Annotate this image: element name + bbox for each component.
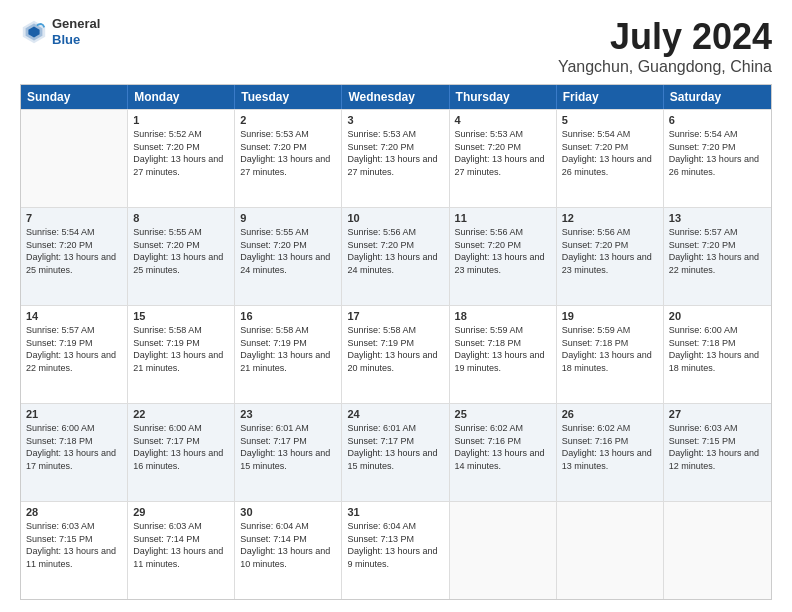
day-number: 8 [133, 212, 229, 224]
calendar-cell: 28Sunrise: 6:03 AMSunset: 7:15 PMDayligh… [21, 502, 128, 599]
day-number: 27 [669, 408, 766, 420]
calendar-row: 28Sunrise: 6:03 AMSunset: 7:15 PMDayligh… [21, 501, 771, 599]
day-number: 18 [455, 310, 551, 322]
day-number: 10 [347, 212, 443, 224]
weekday-header: Monday [128, 85, 235, 109]
calendar-cell: 14Sunrise: 5:57 AMSunset: 7:19 PMDayligh… [21, 306, 128, 403]
cell-info: Sunrise: 5:53 AMSunset: 7:20 PMDaylight:… [455, 128, 551, 178]
calendar-cell: 26Sunrise: 6:02 AMSunset: 7:16 PMDayligh… [557, 404, 664, 501]
calendar-cell: 22Sunrise: 6:00 AMSunset: 7:17 PMDayligh… [128, 404, 235, 501]
calendar-cell: 4Sunrise: 5:53 AMSunset: 7:20 PMDaylight… [450, 110, 557, 207]
calendar-cell: 31Sunrise: 6:04 AMSunset: 7:13 PMDayligh… [342, 502, 449, 599]
main-title: July 2024 [558, 16, 772, 58]
calendar: SundayMondayTuesdayWednesdayThursdayFrid… [20, 84, 772, 600]
cell-info: Sunrise: 5:54 AMSunset: 7:20 PMDaylight:… [562, 128, 658, 178]
weekday-header: Tuesday [235, 85, 342, 109]
day-number: 1 [133, 114, 229, 126]
weekday-header: Wednesday [342, 85, 449, 109]
calendar-cell: 10Sunrise: 5:56 AMSunset: 7:20 PMDayligh… [342, 208, 449, 305]
cell-info: Sunrise: 6:00 AMSunset: 7:18 PMDaylight:… [26, 422, 122, 472]
day-number: 5 [562, 114, 658, 126]
day-number: 3 [347, 114, 443, 126]
cell-info: Sunrise: 6:01 AMSunset: 7:17 PMDaylight:… [240, 422, 336, 472]
weekday-header: Thursday [450, 85, 557, 109]
weekday-header: Sunday [21, 85, 128, 109]
cell-info: Sunrise: 6:03 AMSunset: 7:14 PMDaylight:… [133, 520, 229, 570]
cell-info: Sunrise: 5:56 AMSunset: 7:20 PMDaylight:… [562, 226, 658, 276]
logo-icon [20, 18, 48, 46]
subtitle: Yangchun, Guangdong, China [558, 58, 772, 76]
day-number: 6 [669, 114, 766, 126]
calendar-cell [450, 502, 557, 599]
title-block: July 2024 Yangchun, Guangdong, China [558, 16, 772, 76]
day-number: 20 [669, 310, 766, 322]
calendar-row: 21Sunrise: 6:00 AMSunset: 7:18 PMDayligh… [21, 403, 771, 501]
day-number: 23 [240, 408, 336, 420]
calendar-cell: 29Sunrise: 6:03 AMSunset: 7:14 PMDayligh… [128, 502, 235, 599]
day-number: 4 [455, 114, 551, 126]
day-number: 29 [133, 506, 229, 518]
day-number: 22 [133, 408, 229, 420]
calendar-cell: 21Sunrise: 6:00 AMSunset: 7:18 PMDayligh… [21, 404, 128, 501]
calendar-cell: 23Sunrise: 6:01 AMSunset: 7:17 PMDayligh… [235, 404, 342, 501]
weekday-header: Friday [557, 85, 664, 109]
cell-info: Sunrise: 6:03 AMSunset: 7:15 PMDaylight:… [26, 520, 122, 570]
cell-info: Sunrise: 5:53 AMSunset: 7:20 PMDaylight:… [347, 128, 443, 178]
calendar-row: 1Sunrise: 5:52 AMSunset: 7:20 PMDaylight… [21, 109, 771, 207]
calendar-cell: 16Sunrise: 5:58 AMSunset: 7:19 PMDayligh… [235, 306, 342, 403]
calendar-cell: 17Sunrise: 5:58 AMSunset: 7:19 PMDayligh… [342, 306, 449, 403]
weekday-header: Saturday [664, 85, 771, 109]
day-number: 15 [133, 310, 229, 322]
cell-info: Sunrise: 5:55 AMSunset: 7:20 PMDaylight:… [133, 226, 229, 276]
cell-info: Sunrise: 5:58 AMSunset: 7:19 PMDaylight:… [133, 324, 229, 374]
day-number: 31 [347, 506, 443, 518]
cell-info: Sunrise: 5:55 AMSunset: 7:20 PMDaylight:… [240, 226, 336, 276]
cell-info: Sunrise: 6:03 AMSunset: 7:15 PMDaylight:… [669, 422, 766, 472]
cell-info: Sunrise: 5:52 AMSunset: 7:20 PMDaylight:… [133, 128, 229, 178]
calendar-header: SundayMondayTuesdayWednesdayThursdayFrid… [21, 85, 771, 109]
page: General Blue July 2024 Yangchun, Guangdo… [0, 0, 792, 612]
day-number: 14 [26, 310, 122, 322]
calendar-cell: 13Sunrise: 5:57 AMSunset: 7:20 PMDayligh… [664, 208, 771, 305]
day-number: 25 [455, 408, 551, 420]
cell-info: Sunrise: 6:04 AMSunset: 7:13 PMDaylight:… [347, 520, 443, 570]
logo-text: General Blue [52, 16, 100, 47]
calendar-cell: 9Sunrise: 5:55 AMSunset: 7:20 PMDaylight… [235, 208, 342, 305]
cell-info: Sunrise: 5:57 AMSunset: 7:20 PMDaylight:… [669, 226, 766, 276]
calendar-cell: 2Sunrise: 5:53 AMSunset: 7:20 PMDaylight… [235, 110, 342, 207]
day-number: 24 [347, 408, 443, 420]
cell-info: Sunrise: 5:59 AMSunset: 7:18 PMDaylight:… [562, 324, 658, 374]
header: General Blue July 2024 Yangchun, Guangdo… [20, 16, 772, 76]
cell-info: Sunrise: 5:57 AMSunset: 7:19 PMDaylight:… [26, 324, 122, 374]
day-number: 13 [669, 212, 766, 224]
calendar-cell: 30Sunrise: 6:04 AMSunset: 7:14 PMDayligh… [235, 502, 342, 599]
calendar-cell: 20Sunrise: 6:00 AMSunset: 7:18 PMDayligh… [664, 306, 771, 403]
cell-info: Sunrise: 5:54 AMSunset: 7:20 PMDaylight:… [669, 128, 766, 178]
day-number: 21 [26, 408, 122, 420]
day-number: 9 [240, 212, 336, 224]
calendar-cell: 27Sunrise: 6:03 AMSunset: 7:15 PMDayligh… [664, 404, 771, 501]
day-number: 17 [347, 310, 443, 322]
logo-blue: Blue [52, 32, 80, 47]
cell-info: Sunrise: 6:02 AMSunset: 7:16 PMDaylight:… [562, 422, 658, 472]
calendar-cell: 24Sunrise: 6:01 AMSunset: 7:17 PMDayligh… [342, 404, 449, 501]
calendar-cell [664, 502, 771, 599]
day-number: 26 [562, 408, 658, 420]
day-number: 2 [240, 114, 336, 126]
cell-info: Sunrise: 5:53 AMSunset: 7:20 PMDaylight:… [240, 128, 336, 178]
calendar-cell: 11Sunrise: 5:56 AMSunset: 7:20 PMDayligh… [450, 208, 557, 305]
cell-info: Sunrise: 5:54 AMSunset: 7:20 PMDaylight:… [26, 226, 122, 276]
day-number: 11 [455, 212, 551, 224]
calendar-body: 1Sunrise: 5:52 AMSunset: 7:20 PMDaylight… [21, 109, 771, 599]
cell-info: Sunrise: 6:04 AMSunset: 7:14 PMDaylight:… [240, 520, 336, 570]
calendar-cell: 19Sunrise: 5:59 AMSunset: 7:18 PMDayligh… [557, 306, 664, 403]
day-number: 7 [26, 212, 122, 224]
calendar-cell [557, 502, 664, 599]
calendar-cell: 1Sunrise: 5:52 AMSunset: 7:20 PMDaylight… [128, 110, 235, 207]
calendar-cell: 12Sunrise: 5:56 AMSunset: 7:20 PMDayligh… [557, 208, 664, 305]
calendar-cell: 8Sunrise: 5:55 AMSunset: 7:20 PMDaylight… [128, 208, 235, 305]
calendar-row: 14Sunrise: 5:57 AMSunset: 7:19 PMDayligh… [21, 305, 771, 403]
day-number: 30 [240, 506, 336, 518]
cell-info: Sunrise: 6:00 AMSunset: 7:18 PMDaylight:… [669, 324, 766, 374]
calendar-cell: 3Sunrise: 5:53 AMSunset: 7:20 PMDaylight… [342, 110, 449, 207]
